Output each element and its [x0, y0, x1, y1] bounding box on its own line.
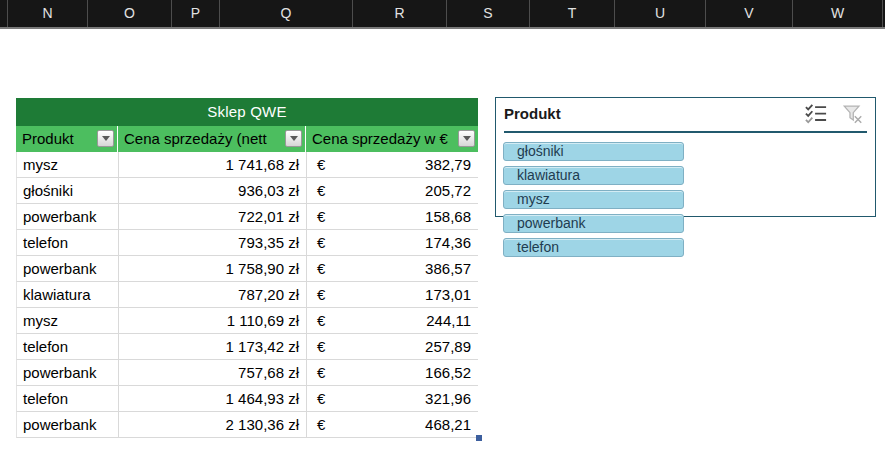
cell-produkt[interactable]: głośniki: [17, 178, 118, 203]
cell-currency-symbol[interactable]: €: [306, 204, 341, 229]
header-cell-cena-netto[interactable]: Cena sprzedaży (nett: [117, 126, 305, 152]
cell-currency-symbol[interactable]: €: [306, 256, 341, 281]
slicer-button[interactable]: głośniki: [503, 142, 684, 161]
cell-currency-symbol[interactable]: €: [306, 230, 341, 255]
header-label: Cena sprzedaży (nett: [124, 130, 267, 147]
column-header[interactable]: O: [88, 0, 172, 27]
column-header[interactable]: U: [615, 0, 706, 27]
slicer-header: Produkt: [496, 98, 875, 129]
cell-currency-symbol[interactable]: €: [306, 360, 341, 385]
cell-cena-netto[interactable]: 1 173,42 zł: [118, 334, 306, 359]
cell-currency-symbol[interactable]: €: [306, 282, 341, 307]
cell-currency-symbol[interactable]: €: [306, 386, 341, 411]
cell-cena-netto[interactable]: 936,03 zł: [118, 178, 306, 203]
cell-cena-eur[interactable]: 382,79: [341, 152, 479, 177]
header-cell-cena-eur[interactable]: Cena sprzedaży w €: [305, 126, 478, 152]
slicer-toolbar: [803, 103, 865, 125]
filter-arrow-icon: [102, 136, 110, 141]
cell-cena-netto[interactable]: 1 741,68 zł: [118, 152, 306, 177]
filter-arrow-icon: [290, 136, 298, 141]
multi-select-icon[interactable]: [803, 103, 829, 125]
cell-cena-netto[interactable]: 1 464,93 zł: [118, 386, 306, 411]
table-row: klawiatura 787,20 zł € 173,01: [16, 282, 478, 308]
column-bar-stub: [0, 0, 8, 27]
excel-table: Sklep QWE Produkt Cena sprzedaży (nett C…: [16, 98, 478, 438]
table-row: telefon 1 464,93 zł € 321,96: [16, 386, 478, 412]
table-resize-handle[interactable]: [476, 435, 482, 441]
filter-arrow-icon: [463, 136, 471, 141]
cell-cena-netto[interactable]: 757,68 zł: [118, 360, 306, 385]
cell-cena-eur[interactable]: 158,68: [341, 204, 479, 229]
cell-produkt[interactable]: telefon: [17, 386, 118, 411]
table-header-row: Produkt Cena sprzedaży (nett Cena sprzed…: [16, 126, 478, 152]
filter-dropdown-button[interactable]: [97, 130, 114, 147]
column-header[interactable]: Q: [220, 0, 353, 27]
column-header-bar: N O P Q R S T U V W: [0, 0, 885, 29]
cell-produkt[interactable]: telefon: [17, 334, 118, 359]
table-row: telefon 793,35 zł € 174,36: [16, 230, 478, 256]
cell-produkt[interactable]: mysz: [17, 152, 118, 177]
header-label: Produkt: [22, 130, 74, 147]
slicer-button[interactable]: mysz: [503, 190, 684, 209]
filter-dropdown-button[interactable]: [285, 130, 302, 147]
table-row: telefon 1 173,42 zł € 257,89: [16, 334, 478, 360]
cell-currency-symbol[interactable]: €: [306, 152, 341, 177]
slicer-button[interactable]: telefon: [503, 238, 684, 257]
column-header[interactable]: N: [8, 0, 88, 27]
table-row: powerbank 722,01 zł € 158,68: [16, 204, 478, 230]
cell-produkt[interactable]: mysz: [17, 308, 118, 333]
cell-produkt[interactable]: powerbank: [17, 204, 118, 229]
slicer-title: Produkt: [504, 105, 561, 122]
cell-currency-symbol[interactable]: €: [306, 308, 341, 333]
slicer-button[interactable]: klawiatura: [503, 166, 684, 185]
cell-currency-symbol[interactable]: €: [306, 412, 341, 437]
column-header[interactable]: S: [447, 0, 530, 27]
column-header[interactable]: V: [706, 0, 793, 27]
cell-cena-eur[interactable]: 257,89: [341, 334, 479, 359]
column-letters: N O P Q R S T U V W: [8, 0, 885, 27]
cell-cena-netto[interactable]: 1 110,69 zł: [118, 308, 306, 333]
table-row: głośniki 936,03 zł € 205,72: [16, 178, 478, 204]
cell-produkt[interactable]: powerbank: [17, 256, 118, 281]
slicer-divider: [504, 131, 867, 133]
cell-cena-eur[interactable]: 174,36: [341, 230, 479, 255]
spreadsheet-canvas: N O P Q R S T U V W Sklep QWE: [0, 0, 885, 450]
table-row: powerbank 2 130,36 zł € 468,21: [16, 412, 478, 438]
header-cell-produkt[interactable]: Produkt: [16, 126, 117, 152]
table-row: powerbank 1 758,90 zł € 386,57: [16, 256, 478, 282]
cell-currency-symbol[interactable]: €: [306, 334, 341, 359]
cell-cena-netto[interactable]: 722,01 zł: [118, 204, 306, 229]
column-header[interactable]: P: [172, 0, 220, 27]
column-header[interactable]: W: [793, 0, 883, 27]
table-body: mysz 1 741,68 zł € 382,79 głośniki 936,0…: [16, 152, 478, 438]
cell-cena-eur[interactable]: 321,96: [341, 386, 479, 411]
cell-currency-symbol[interactable]: €: [306, 178, 341, 203]
clear-filter-icon[interactable]: [841, 103, 865, 125]
cell-produkt[interactable]: telefon: [17, 230, 118, 255]
cell-cena-netto[interactable]: 1 758,90 zł: [118, 256, 306, 281]
cell-cena-eur[interactable]: 386,57: [341, 256, 479, 281]
table-row: powerbank 757,68 zł € 166,52: [16, 360, 478, 386]
cell-cena-netto[interactable]: 793,35 zł: [118, 230, 306, 255]
table-row: mysz 1 110,69 zł € 244,11: [16, 308, 478, 334]
column-header[interactable]: T: [530, 0, 615, 27]
cell-cena-eur[interactable]: 468,21: [341, 412, 479, 437]
cell-cena-netto[interactable]: 787,20 zł: [118, 282, 306, 307]
slicer-button-list: głośniki klawiatura mysz powerbank telef…: [496, 142, 875, 257]
cell-produkt[interactable]: klawiatura: [17, 282, 118, 307]
cell-cena-eur[interactable]: 244,11: [341, 308, 479, 333]
cell-produkt[interactable]: powerbank: [17, 412, 118, 437]
slicer-button[interactable]: powerbank: [503, 214, 684, 233]
header-label: Cena sprzedaży w €: [312, 130, 448, 147]
cell-cena-eur[interactable]: 205,72: [341, 178, 479, 203]
filter-dropdown-button[interactable]: [458, 130, 475, 147]
cell-cena-netto[interactable]: 2 130,36 zł: [118, 412, 306, 437]
cell-produkt[interactable]: powerbank: [17, 360, 118, 385]
column-header[interactable]: R: [353, 0, 447, 27]
table-title-cell[interactable]: Sklep QWE: [16, 98, 478, 126]
cell-cena-eur[interactable]: 173,01: [341, 282, 479, 307]
table-row: mysz 1 741,68 zł € 382,79: [16, 152, 478, 178]
produkt-slicer: Produkt głośniki klawiatura: [495, 97, 876, 217]
cell-cena-eur[interactable]: 166,52: [341, 360, 479, 385]
